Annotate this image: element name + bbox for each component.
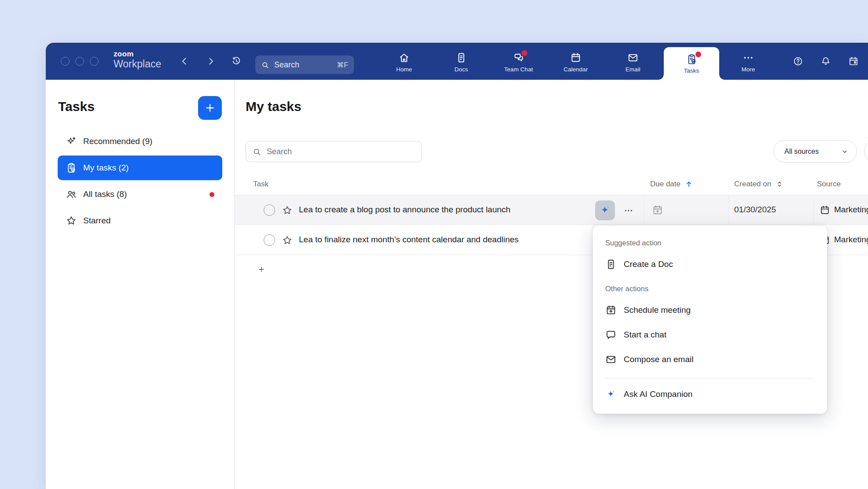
search-icon xyxy=(252,147,261,156)
source-calendar-icon xyxy=(820,205,830,215)
sidebar-item-label: Recommended (9) xyxy=(83,137,152,146)
new-task-button[interactable] xyxy=(198,96,222,120)
star-toggle[interactable] xyxy=(282,235,293,246)
column-divider xyxy=(813,195,814,225)
forward-button[interactable] xyxy=(202,53,219,70)
sources-filter-value: All sources xyxy=(784,148,819,156)
nav-item-calendar[interactable]: Calendar xyxy=(547,43,604,80)
task-complete-checkbox[interactable] xyxy=(264,204,275,216)
ai-companion-icon xyxy=(605,389,617,400)
add-task-button[interactable] xyxy=(255,263,268,276)
all-tasks-badge xyxy=(210,192,214,197)
sort-ascending-icon xyxy=(684,180,693,189)
home-icon xyxy=(398,52,410,63)
column-divider xyxy=(728,195,729,225)
doc-icon xyxy=(605,259,617,270)
menu-item-create-a-doc[interactable]: Create a Doc xyxy=(593,252,827,277)
search-shortcut: ⌘F xyxy=(337,61,348,69)
people-icon xyxy=(66,189,77,200)
window-minimize-button[interactable] xyxy=(75,57,84,66)
menu-item-label: Ask AI Companion xyxy=(624,389,692,399)
logo-zoom-text: zoom xyxy=(114,50,161,58)
star-icon xyxy=(66,215,77,226)
sidebar-title: Tasks xyxy=(58,99,95,114)
sidebar-item-recommended[interactable]: Recommended (9) xyxy=(58,129,222,154)
desktop-background: zoom Workplace ⌘F Home xyxy=(0,0,868,489)
window-close-button[interactable] xyxy=(61,57,70,66)
sources-filter-dropdown[interactable]: All sources xyxy=(773,140,857,163)
filter-dropdown-partial[interactable] xyxy=(864,140,868,163)
nav-label: Team Chat xyxy=(504,66,533,73)
sidebar-item-all-tasks[interactable]: All tasks (8) xyxy=(58,182,222,207)
star-toggle[interactable] xyxy=(282,205,293,216)
tab-label: Tasks xyxy=(684,67,699,74)
nav-label: Calendar xyxy=(564,66,588,73)
calendar-plus-icon xyxy=(605,304,617,316)
column-divider xyxy=(644,195,644,225)
suggested-actions-menu: Suggested action Create a Doc Other acti… xyxy=(593,226,827,414)
source-value[interactable]: Marketing xyxy=(834,205,868,215)
chevron-down-icon xyxy=(841,148,849,156)
star-icon xyxy=(282,205,293,216)
nav-label: Home xyxy=(396,66,412,73)
menu-item-ask-ai-companion[interactable]: Ask AI Companion xyxy=(593,382,827,407)
table-header: Task Due date Created on Source xyxy=(235,175,868,195)
task-row[interactable]: Lea to create a blog post to announce th… xyxy=(235,195,868,225)
sort-both-icon xyxy=(775,180,784,189)
help-button[interactable] xyxy=(790,53,806,70)
nav-label: Email xyxy=(625,66,640,73)
star-icon xyxy=(282,235,293,246)
task-complete-checkbox[interactable] xyxy=(264,234,275,246)
page-title: My tasks xyxy=(246,99,302,114)
nav-item-email[interactable]: Email xyxy=(604,43,662,80)
global-search-input[interactable] xyxy=(273,60,333,70)
ellipsis-icon xyxy=(623,205,634,216)
column-header-task[interactable]: Task xyxy=(253,180,268,189)
column-header-source[interactable]: Source xyxy=(817,180,841,189)
bell-icon xyxy=(820,56,831,67)
nav-item-home[interactable]: Home xyxy=(375,43,433,80)
window-zoom-button[interactable] xyxy=(90,57,99,66)
tasks-search-input[interactable] xyxy=(266,147,415,157)
history-button[interactable] xyxy=(228,53,245,70)
add-due-date-button[interactable] xyxy=(652,204,663,216)
envelope-icon xyxy=(605,354,617,365)
notifications-button[interactable] xyxy=(817,53,834,70)
task-title[interactable]: Lea to create a blog post to announce th… xyxy=(299,205,511,215)
calendar-plus-icon xyxy=(652,204,663,216)
zoom-workplace-logo: zoom Workplace xyxy=(114,50,161,70)
tasks-search-field[interactable] xyxy=(246,141,422,162)
ai-companion-actions-button[interactable] xyxy=(595,200,615,220)
menu-item-compose-an-email[interactable]: Compose an email xyxy=(593,347,827,372)
row-more-options-button[interactable] xyxy=(619,205,638,216)
menu-item-label: Schedule meeting xyxy=(624,305,691,315)
menu-section-label: Other actions xyxy=(593,283,827,294)
column-header-due-date[interactable]: Due date xyxy=(650,180,693,189)
nav-tab-tasks-active[interactable]: Tasks xyxy=(664,47,719,80)
window-controls xyxy=(61,57,99,66)
ai-companion-icon xyxy=(599,204,611,217)
source-value[interactable]: Marketing xyxy=(834,235,868,244)
menu-item-schedule-meeting[interactable]: Schedule meeting xyxy=(593,298,827,322)
sidebar-item-starred[interactable]: Starred xyxy=(58,208,222,233)
task-title[interactable]: Lea to finalize next month’s content cal… xyxy=(299,235,519,244)
history-icon xyxy=(231,56,242,67)
sidebar-item-my-tasks[interactable]: My tasks (2) xyxy=(58,156,222,180)
menu-item-start-a-chat[interactable]: Start a chat xyxy=(593,322,827,347)
menu-item-label: Start a chat xyxy=(624,330,666,340)
sidebar-list: Recommended (9) My tasks (2) All tasks (… xyxy=(58,129,222,233)
back-button[interactable] xyxy=(176,53,193,70)
global-search-field[interactable]: ⌘F xyxy=(255,56,354,74)
chat-bubble-icon xyxy=(605,329,617,341)
menu-section-label: Suggested action xyxy=(593,237,827,248)
column-header-created-on[interactable]: Created on xyxy=(734,180,784,189)
nav-item-docs[interactable]: Docs xyxy=(433,43,490,80)
tasks-badge xyxy=(695,52,701,57)
nav-item-more[interactable]: More xyxy=(720,43,777,80)
nav-item-team-chat[interactable]: Team Chat xyxy=(490,43,547,80)
schedule-button[interactable] xyxy=(845,53,862,70)
clipboard-check-icon xyxy=(66,162,77,174)
created-on-value: 01/30/2025 xyxy=(734,205,776,215)
titlebar: zoom Workplace ⌘F Home xyxy=(46,43,868,80)
sidebar-item-label: All tasks (8) xyxy=(83,189,127,199)
